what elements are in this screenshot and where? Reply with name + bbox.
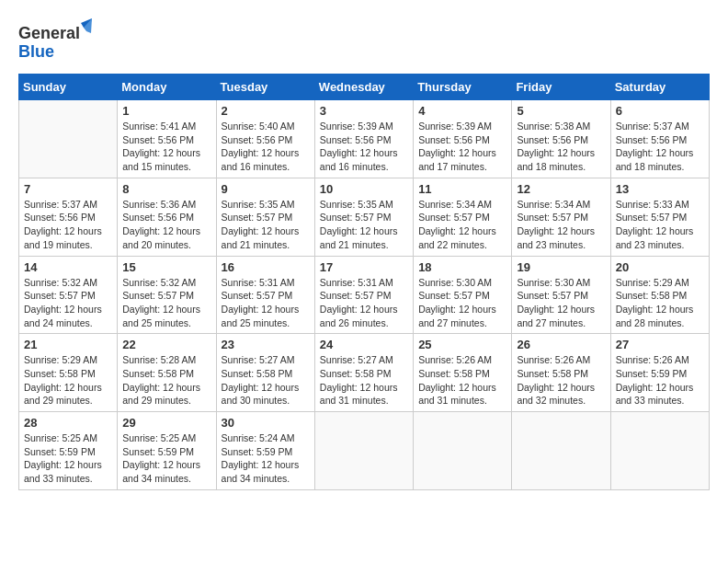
day-info: Sunrise: 5:37 AMSunset: 5:56 PMDaylight:… xyxy=(24,198,112,252)
calendar-week-3: 14Sunrise: 5:32 AMSunset: 5:57 PMDayligh… xyxy=(19,256,710,334)
day-info: Sunrise: 5:34 AMSunset: 5:57 PMDaylight:… xyxy=(418,198,506,252)
calendar-cell xyxy=(314,412,413,490)
day-number: 19 xyxy=(517,260,605,274)
calendar-week-1: 1Sunrise: 5:41 AMSunset: 5:56 PMDaylight… xyxy=(19,100,710,178)
calendar-week-4: 21Sunrise: 5:29 AMSunset: 5:58 PMDayligh… xyxy=(19,334,710,412)
calendar-cell: 15Sunrise: 5:32 AMSunset: 5:57 PMDayligh… xyxy=(118,256,216,334)
day-number: 28 xyxy=(24,416,112,430)
logo-svg: GeneralBlue xyxy=(18,18,92,64)
day-number: 29 xyxy=(122,416,210,430)
day-info: Sunrise: 5:39 AMSunset: 5:56 PMDaylight:… xyxy=(418,120,506,174)
day-number: 1 xyxy=(122,104,210,118)
day-number: 7 xyxy=(24,182,112,196)
day-info: Sunrise: 5:34 AMSunset: 5:57 PMDaylight:… xyxy=(517,198,605,252)
day-number: 2 xyxy=(222,104,310,118)
calendar-cell: 13Sunrise: 5:33 AMSunset: 5:57 PMDayligh… xyxy=(610,178,709,256)
day-info: Sunrise: 5:33 AMSunset: 5:57 PMDaylight:… xyxy=(616,198,704,252)
day-info: Sunrise: 5:35 AMSunset: 5:57 PMDaylight:… xyxy=(222,198,310,252)
calendar-cell: 19Sunrise: 5:30 AMSunset: 5:57 PMDayligh… xyxy=(512,256,610,334)
day-number: 12 xyxy=(517,182,605,196)
day-number: 17 xyxy=(320,260,408,274)
calendar-cell: 3Sunrise: 5:39 AMSunset: 5:56 PMDaylight… xyxy=(314,100,413,178)
day-info: Sunrise: 5:27 AMSunset: 5:58 PMDaylight:… xyxy=(320,353,408,408)
day-info: Sunrise: 5:39 AMSunset: 5:56 PMDaylight:… xyxy=(320,120,408,174)
day-number: 4 xyxy=(418,104,506,118)
day-info: Sunrise: 5:30 AMSunset: 5:57 PMDaylight:… xyxy=(517,276,605,330)
day-number: 6 xyxy=(616,104,704,118)
calendar-header-monday: Monday xyxy=(118,75,216,100)
day-info: Sunrise: 5:28 AMSunset: 5:58 PMDaylight:… xyxy=(122,353,210,408)
calendar-week-2: 7Sunrise: 5:37 AMSunset: 5:56 PMDaylight… xyxy=(19,178,710,256)
calendar-cell xyxy=(512,412,610,490)
day-info: Sunrise: 5:32 AMSunset: 5:57 PMDaylight:… xyxy=(122,276,210,330)
calendar-cell xyxy=(414,412,512,490)
day-number: 21 xyxy=(24,338,112,351)
day-number: 10 xyxy=(320,182,408,196)
day-info: Sunrise: 5:38 AMSunset: 5:56 PMDaylight:… xyxy=(517,120,605,174)
day-info: Sunrise: 5:36 AMSunset: 5:56 PMDaylight:… xyxy=(122,198,210,252)
calendar-header-wednesday: Wednesday xyxy=(314,75,413,100)
calendar-cell: 20Sunrise: 5:29 AMSunset: 5:58 PMDayligh… xyxy=(610,256,709,334)
day-info: Sunrise: 5:37 AMSunset: 5:56 PMDaylight:… xyxy=(616,120,704,174)
header: GeneralBlue xyxy=(18,18,710,64)
day-info: Sunrise: 5:26 AMSunset: 5:58 PMDaylight:… xyxy=(418,353,506,408)
calendar-cell: 8Sunrise: 5:36 AMSunset: 5:56 PMDaylight… xyxy=(118,178,216,256)
calendar-cell: 25Sunrise: 5:26 AMSunset: 5:58 PMDayligh… xyxy=(414,334,512,412)
day-number: 9 xyxy=(222,182,310,196)
calendar-cell: 29Sunrise: 5:25 AMSunset: 5:59 PMDayligh… xyxy=(118,412,216,490)
day-number: 20 xyxy=(616,260,704,274)
day-number: 16 xyxy=(222,260,310,274)
calendar-cell: 11Sunrise: 5:34 AMSunset: 5:57 PMDayligh… xyxy=(414,178,512,256)
day-number: 24 xyxy=(320,338,408,351)
calendar-cell: 2Sunrise: 5:40 AMSunset: 5:56 PMDaylight… xyxy=(216,100,314,178)
calendar-table: SundayMondayTuesdayWednesdayThursdayFrid… xyxy=(18,74,710,490)
calendar-cell xyxy=(19,100,118,178)
calendar-cell: 9Sunrise: 5:35 AMSunset: 5:57 PMDaylight… xyxy=(216,178,314,256)
day-info: Sunrise: 5:35 AMSunset: 5:57 PMDaylight:… xyxy=(320,198,408,252)
day-number: 26 xyxy=(517,338,605,351)
calendar-header-saturday: Saturday xyxy=(610,75,709,100)
day-number: 23 xyxy=(222,338,310,351)
calendar-cell: 18Sunrise: 5:30 AMSunset: 5:57 PMDayligh… xyxy=(414,256,512,334)
day-number: 11 xyxy=(418,182,506,196)
calendar-header-row: SundayMondayTuesdayWednesdayThursdayFrid… xyxy=(19,75,710,100)
day-number: 5 xyxy=(517,104,605,118)
day-info: Sunrise: 5:26 AMSunset: 5:58 PMDaylight:… xyxy=(517,353,605,408)
svg-text:Blue: Blue xyxy=(18,42,54,61)
calendar-cell: 23Sunrise: 5:27 AMSunset: 5:58 PMDayligh… xyxy=(216,334,314,412)
day-info: Sunrise: 5:32 AMSunset: 5:57 PMDaylight:… xyxy=(24,276,112,330)
day-number: 3 xyxy=(320,104,408,118)
calendar-header-sunday: Sunday xyxy=(19,75,118,100)
day-number: 15 xyxy=(122,260,210,274)
calendar-cell: 14Sunrise: 5:32 AMSunset: 5:57 PMDayligh… xyxy=(19,256,118,334)
calendar-cell xyxy=(610,412,709,490)
day-number: 13 xyxy=(616,182,704,196)
day-info: Sunrise: 5:40 AMSunset: 5:56 PMDaylight:… xyxy=(222,120,310,174)
day-info: Sunrise: 5:31 AMSunset: 5:57 PMDaylight:… xyxy=(320,276,408,330)
logo: GeneralBlue xyxy=(18,18,92,64)
svg-text:General: General xyxy=(18,24,80,42)
day-info: Sunrise: 5:41 AMSunset: 5:56 PMDaylight:… xyxy=(122,120,210,174)
calendar-header-friday: Friday xyxy=(512,75,610,100)
calendar-week-5: 28Sunrise: 5:25 AMSunset: 5:59 PMDayligh… xyxy=(19,412,710,490)
calendar-cell: 26Sunrise: 5:26 AMSunset: 5:58 PMDayligh… xyxy=(512,334,610,412)
day-number: 30 xyxy=(222,416,310,430)
day-info: Sunrise: 5:25 AMSunset: 5:59 PMDaylight:… xyxy=(122,431,210,486)
calendar-header-tuesday: Tuesday xyxy=(216,75,314,100)
calendar-header-thursday: Thursday xyxy=(414,75,512,100)
day-info: Sunrise: 5:29 AMSunset: 5:58 PMDaylight:… xyxy=(616,276,704,330)
calendar-cell: 27Sunrise: 5:26 AMSunset: 5:59 PMDayligh… xyxy=(610,334,709,412)
calendar-cell: 5Sunrise: 5:38 AMSunset: 5:56 PMDaylight… xyxy=(512,100,610,178)
day-number: 27 xyxy=(616,338,704,351)
calendar-cell: 24Sunrise: 5:27 AMSunset: 5:58 PMDayligh… xyxy=(314,334,413,412)
day-info: Sunrise: 5:25 AMSunset: 5:59 PMDaylight:… xyxy=(24,431,112,486)
day-info: Sunrise: 5:26 AMSunset: 5:59 PMDaylight:… xyxy=(616,353,704,408)
calendar-cell: 16Sunrise: 5:31 AMSunset: 5:57 PMDayligh… xyxy=(216,256,314,334)
day-number: 18 xyxy=(418,260,506,274)
day-number: 14 xyxy=(24,260,112,274)
calendar-cell: 22Sunrise: 5:28 AMSunset: 5:58 PMDayligh… xyxy=(118,334,216,412)
calendar-cell: 12Sunrise: 5:34 AMSunset: 5:57 PMDayligh… xyxy=(512,178,610,256)
day-number: 22 xyxy=(122,338,210,351)
calendar-cell: 17Sunrise: 5:31 AMSunset: 5:57 PMDayligh… xyxy=(314,256,413,334)
calendar-cell: 30Sunrise: 5:24 AMSunset: 5:59 PMDayligh… xyxy=(216,412,314,490)
